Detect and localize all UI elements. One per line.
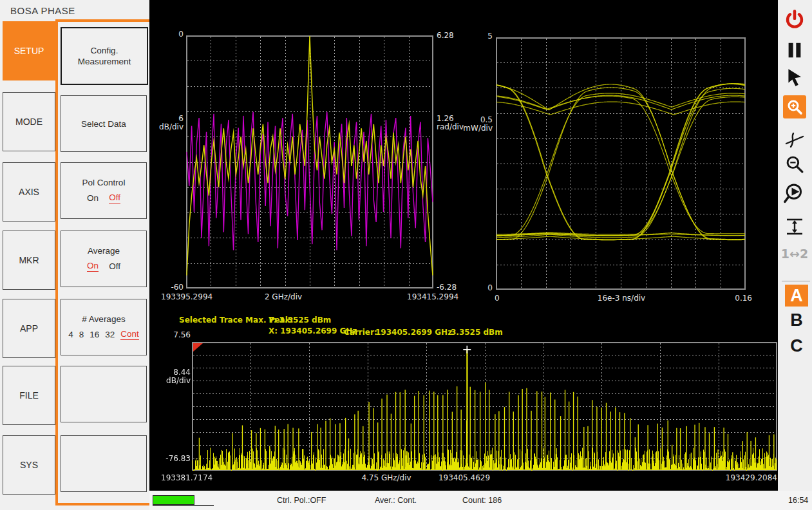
trace-a-label: A	[790, 286, 803, 306]
eye-x-div: 16e-3 ns/div	[583, 294, 660, 303]
menu-file-label: FILE	[19, 390, 39, 401]
average-off-option[interactable]: Off	[109, 261, 120, 271]
app-title: BOSA PHASE	[10, 5, 75, 16]
empty-slot-1	[61, 366, 147, 422]
pause-icon	[785, 41, 804, 60]
eye-yleft-top: 5	[467, 32, 493, 41]
status-ctrl-pol: Ctrl. Pol.:OFF	[277, 496, 326, 505]
spectrum-yleft-bottom: -76.83	[160, 455, 191, 463]
cut-trace-button[interactable]	[781, 130, 808, 151]
power-icon	[784, 9, 806, 31]
menu-app-button[interactable]: APP	[3, 299, 55, 358]
averages-option-cont[interactable]: Cont	[120, 329, 139, 340]
phase-x-div: 2 GHz/div	[245, 293, 322, 301]
menu-mode-button[interactable]: MODE	[3, 92, 55, 151]
cut-icon	[784, 130, 805, 151]
spectrum-x-end: 193429.2084	[724, 474, 777, 482]
averages-option-8[interactable]: 8	[79, 330, 84, 339]
pol-control-button[interactable]: Pol Control On Off	[61, 162, 147, 219]
zoom-out-icon	[784, 155, 806, 176]
eye-diagram-plot[interactable]	[496, 37, 746, 290]
trace-a-button[interactable]: A	[785, 285, 808, 307]
menu-mode-label: MODE	[15, 117, 42, 127]
select-data-button[interactable]: Select Data	[61, 95, 147, 152]
phase-yleft-scale-unit: dB/div	[148, 123, 184, 131]
average-on-option[interactable]: On	[87, 261, 99, 272]
compare-1-2-button[interactable]: 1↔2	[781, 247, 808, 261]
phase-yleft-scale: 6 dB/div	[148, 115, 184, 131]
menu-axis-button[interactable]: AXIS	[3, 162, 55, 222]
trace-c-button[interactable]: C	[785, 335, 808, 357]
pol-control-on-option[interactable]: On	[87, 193, 99, 203]
averages-option-4[interactable]: 4	[68, 330, 73, 339]
menu-mkr-button[interactable]: MKR	[3, 231, 55, 290]
menu-axis-label: AXIS	[19, 187, 39, 197]
zoom-reset-icon	[783, 182, 806, 205]
pol-control-title: Pol Control	[82, 178, 126, 187]
spectrum-x-start: 193381.7174	[161, 474, 212, 482]
menu-app-label: APP	[20, 323, 38, 334]
empty-slot-2	[61, 435, 147, 492]
compare-1-2-icon: 1↔2	[781, 247, 808, 261]
trace-b-label: B	[790, 310, 803, 330]
phase-spectrum-plot[interactable]	[186, 35, 433, 288]
averages-button[interactable]: # Averages 4 8 16 32 Cont	[61, 299, 147, 355]
phase-x-end: 193415.2994	[407, 293, 458, 301]
pointer-button[interactable]	[781, 67, 808, 89]
trace-b-button[interactable]: B	[785, 309, 808, 331]
averages-title: # Averages	[82, 314, 125, 324]
sweep-progress-fill	[153, 495, 194, 505]
phase-yleft-bottom: -60	[155, 283, 184, 292]
zoom-out-button[interactable]	[781, 155, 808, 176]
average-title: Average	[88, 246, 120, 256]
pol-control-off-option[interactable]: Off	[109, 193, 120, 203]
status-average: Aver.: Cont.	[375, 496, 417, 505]
phase-x-start: 193395.2994	[161, 293, 212, 301]
menu-file-button[interactable]: FILE	[3, 366, 55, 425]
status-clock: 16:54	[788, 496, 808, 505]
spectrum-yleft-scale-unit: dB/div	[156, 377, 191, 385]
spectrum-yleft-top: 7.56	[162, 331, 191, 339]
zoom-reset-button[interactable]	[781, 182, 808, 205]
eye-yleft-bottom: 0	[467, 284, 493, 292]
power-button[interactable]	[781, 9, 808, 31]
eye-x-start: 0	[495, 294, 500, 303]
power-spectrum-plot[interactable]	[192, 342, 777, 471]
sweep-progress-bar	[153, 495, 214, 506]
spectrum-x-center: 193405.4629	[425, 474, 504, 482]
spectrum-carrier-label: Carrier:	[344, 328, 377, 337]
select-data-label: Select Data	[81, 119, 126, 129]
config-measurement-line2: Measurement	[78, 57, 131, 66]
zoom-in-button[interactable]	[783, 95, 806, 118]
menu-sys-label: SYS	[20, 460, 38, 470]
eye-x-end: 0.16	[721, 294, 752, 303]
eye-yleft-scale: 0.5 mW/div	[458, 116, 493, 133]
config-measurement-line1: Config.	[91, 46, 118, 55]
phase-yright-bottom: -6.28	[437, 283, 457, 292]
phase-yleft-top: 0	[155, 30, 184, 39]
eye-yleft-scale-unit: mW/div	[458, 124, 493, 133]
spectrum-carrier-power: 3.3525 dBm	[451, 328, 503, 337]
phase-chart-title: Selected Trace	[171, 14, 240, 24]
bosa-phase-app: BOSA PHASE SETUP MODE AXIS MKR APP FILE …	[0, 0, 812, 510]
averages-option-16[interactable]: 16	[90, 330, 99, 339]
menu-sys-button[interactable]: SYS	[3, 435, 55, 495]
zoom-in-icon	[786, 98, 804, 116]
phase-yright-top: 6.28	[437, 32, 454, 40]
pause-button[interactable]	[781, 41, 808, 60]
spectrum-yleft-scale: 8.44 dB/div	[156, 368, 191, 385]
spectrum-peak-y: Y: 3.3525 dBm	[269, 316, 331, 325]
average-button[interactable]: Average On Off	[61, 231, 147, 287]
toolbar-divider	[782, 281, 810, 281]
pointer-icon	[784, 67, 806, 89]
eye-chart-title: Selected Trace	[480, 14, 549, 24]
averages-option-32[interactable]: 32	[105, 330, 115, 339]
config-measurement-button[interactable]: Config. Measurement	[61, 27, 148, 85]
menu-setup-label: SETUP	[14, 46, 44, 56]
menu-setup-button[interactable]: SETUP	[3, 21, 55, 80]
spectrum-carrier-freq: 193405.2699 GHz	[375, 328, 452, 337]
fit-vertical-button[interactable]	[781, 216, 808, 237]
fit-vertical-icon	[784, 216, 805, 237]
menu-mkr-label: MKR	[19, 255, 39, 265]
spectrum-x-div: 4.75 GHz/div	[348, 474, 425, 482]
